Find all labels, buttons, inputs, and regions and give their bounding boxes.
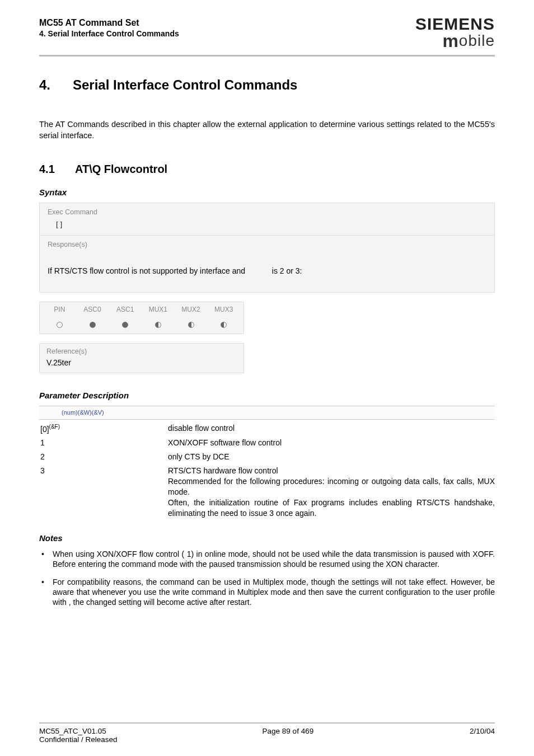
page-footer: MC55_ATC_V01.05 Page 89 of 469 2/10/04 C… bbox=[0, 722, 534, 744]
exec-command-label: Exec Command bbox=[40, 203, 494, 219]
footer-center: Page 89 of 469 bbox=[263, 727, 314, 735]
reference-box: Reference(s) V.25ter bbox=[39, 343, 244, 373]
param-val: RTS/CTS hardware flow control Recommende… bbox=[168, 466, 495, 518]
mobile-logo-rest: obile bbox=[459, 32, 495, 49]
param-row: 3 RTS/CTS hardware flow control Recommen… bbox=[39, 466, 495, 518]
mobile-logo-m: m bbox=[442, 31, 458, 51]
intro-paragraph: The AT Commands described in this chapte… bbox=[39, 119, 495, 141]
header-row: MC55 AT Command Set 4. Serial Interface … bbox=[39, 16, 495, 51]
param-key: 3 bbox=[39, 466, 168, 476]
circle-full-icon bbox=[122, 322, 128, 328]
subsection-num: 4.1 bbox=[39, 162, 75, 177]
subsection-heading: 4.1AT\Q Flowcontrol bbox=[39, 162, 495, 177]
param-val: disable flow control bbox=[168, 423, 495, 434]
circle-half-icon bbox=[155, 322, 161, 328]
pin-col-0: PIN bbox=[43, 305, 76, 314]
reference-label: Reference(s) bbox=[40, 344, 243, 358]
reference-value: V.25ter bbox=[40, 358, 243, 373]
notes-list: When using XON/XOFF flow control ( 1) in… bbox=[39, 549, 495, 608]
footer-rule bbox=[39, 722, 495, 724]
notes-label: Notes bbox=[39, 533, 495, 544]
param-row: [0](&F) disable flow control bbox=[39, 423, 495, 435]
pin-col-5: MUX3 bbox=[207, 305, 240, 314]
footer-left-2: Confidential / Released bbox=[39, 735, 495, 744]
response-label: Response(s) bbox=[40, 236, 494, 252]
pin-box: PIN ASC0 ASC1 MUX1 MUX2 MUX3 bbox=[39, 302, 244, 334]
page-header: MC55 AT Command Set 4. Serial Interface … bbox=[0, 0, 534, 57]
circle-half-icon bbox=[188, 322, 194, 328]
section-heading: 4.Serial Interface Control Commands bbox=[39, 76, 495, 94]
param-val: XON/XOFF software flow control bbox=[168, 438, 495, 448]
response-text-a: If RTS/CTS flow control is not supported… bbox=[48, 266, 247, 275]
parameter-description-label: Parameter Description bbox=[39, 390, 495, 401]
circle-full-icon bbox=[90, 322, 96, 328]
pin-col-2: ASC1 bbox=[109, 305, 142, 314]
param-key: [0](&F) bbox=[39, 423, 168, 435]
pin-col-3: MUX1 bbox=[142, 305, 175, 314]
parameter-head: (num)(&W)(&V) bbox=[39, 406, 495, 420]
syntax-label: Syntax bbox=[39, 187, 495, 198]
header-section-subtitle: 4. Serial Interface Control Commands bbox=[39, 29, 179, 38]
param-row: 1 XON/XOFF software flow control bbox=[39, 438, 495, 448]
exec-command-box: Exec Command [ ] Response(s) If RTS/CTS … bbox=[39, 203, 495, 293]
note-item: For compatibility reasons, the command c… bbox=[39, 577, 495, 608]
subsection-title: AT\Q Flowcontrol bbox=[75, 163, 167, 175]
footer-left: MC55_ATC_V01.05 bbox=[39, 727, 106, 735]
param-key: 2 bbox=[39, 452, 168, 462]
pin-head: PIN ASC0 ASC1 MUX1 MUX2 MUX3 bbox=[40, 302, 243, 317]
param-val: only CTS by DCE bbox=[168, 452, 495, 462]
note-item: When using XON/XOFF flow control ( 1) in… bbox=[39, 549, 495, 569]
exec-command-value: [ ] bbox=[40, 219, 494, 235]
pin-col-4: MUX2 bbox=[175, 305, 208, 314]
section-title: Serial Interface Control Commands bbox=[73, 77, 297, 92]
section-num: 4. bbox=[39, 76, 73, 94]
response-value: If RTS/CTS flow control is not supported… bbox=[40, 252, 494, 293]
content: 4.Serial Interface Control Commands The … bbox=[0, 57, 534, 608]
param-key: 1 bbox=[39, 438, 168, 448]
footer-right: 2/10/04 bbox=[470, 727, 495, 735]
header-left: MC55 AT Command Set 4. Serial Interface … bbox=[39, 16, 179, 38]
param-row: 2 only CTS by DCE bbox=[39, 452, 495, 462]
doc-title: MC55 AT Command Set bbox=[39, 18, 179, 28]
footer-row: MC55_ATC_V01.05 Page 89 of 469 2/10/04 bbox=[39, 727, 495, 735]
mobile-logo: mobile bbox=[415, 31, 495, 51]
circle-half-icon bbox=[221, 322, 227, 328]
pin-col-1: ASC0 bbox=[76, 305, 109, 314]
siemens-logo: SIEMENS bbox=[415, 16, 495, 32]
parameter-table: [0](&F) disable flow control 1 XON/XOFF … bbox=[39, 423, 495, 519]
brand-block: SIEMENS mobile bbox=[415, 16, 495, 51]
pin-icons bbox=[40, 317, 243, 334]
circle-empty-icon bbox=[57, 322, 63, 328]
response-text-b: is 2 or 3: bbox=[270, 266, 302, 275]
